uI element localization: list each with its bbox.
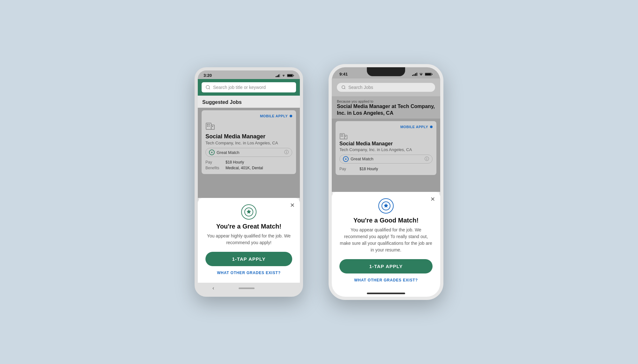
android-search-area: Search job title or keyword: [198, 79, 300, 96]
android-status-bar: 3:20: [198, 70, 300, 79]
ios-notch: [367, 67, 405, 76]
svg-rect-28: [341, 135, 342, 136]
svg-marker-3: [279, 74, 280, 77]
svg-rect-6: [287, 75, 293, 76]
ios-home-indicator: [332, 290, 440, 297]
ios-match-row: ★ Great Match ⓘ: [339, 155, 433, 164]
ios-sheet-title: You're a Good Match!: [339, 217, 433, 224]
android-apply-button[interactable]: 1-TAP APPLY: [205, 252, 292, 266]
android-grades-link[interactable]: WHAT OTHER GRADES EXIST?: [205, 271, 292, 275]
svg-rect-5: [293, 75, 294, 76]
ios-mobile-apply-dot: [430, 126, 433, 128]
ios-battery-icon: [425, 73, 433, 76]
android-sheet-title: You're a Great Match!: [205, 223, 292, 230]
ios-job-title: Social Media Manager: [339, 141, 433, 147]
green-star-circle: ★: [209, 149, 215, 155]
ios-screen: Search Jobs Because you applied to Socia…: [332, 78, 440, 290]
ios-pay-value: $18 Hourly: [360, 167, 378, 171]
pay-row: Pay $18 Hourly: [205, 160, 292, 164]
ios-info-icon[interactable]: ⓘ: [425, 156, 429, 162]
ios-match-text: Great Match: [351, 157, 374, 161]
svg-rect-25: [345, 135, 347, 139]
building-icon: [205, 120, 215, 130]
good-match-icon: [378, 198, 394, 214]
ios-search-placeholder: Search Jobs: [348, 85, 373, 90]
ios-pay-row: Pay $18 Hourly: [339, 167, 433, 171]
nav-pill: [239, 288, 255, 289]
ios-match-label-row: ★ Great Match: [343, 156, 374, 162]
ios-home-bar: [367, 293, 405, 294]
android-phone: 3:20: [195, 67, 303, 297]
svg-rect-24: [340, 134, 345, 139]
ios-search-area: Search Jobs: [332, 78, 440, 96]
ios-apply-button[interactable]: 1-TAP APPLY: [339, 259, 433, 273]
ios-close-button[interactable]: ✕: [430, 196, 435, 202]
ios-bottom-sheet: ✕ You're a Good Match! You appear qualif…: [332, 192, 440, 290]
job-company: Tech Company, Inc. in Los Angeles, CA: [205, 141, 292, 145]
ios-phone: 9:41: [329, 64, 443, 300]
match-text: Great Match: [217, 150, 240, 155]
wifi-icon: [282, 74, 286, 77]
android-time: 3:20: [204, 73, 212, 78]
signal-icon: [276, 74, 280, 77]
android-search-bar[interactable]: Search job title or keyword: [202, 82, 296, 92]
back-icon[interactable]: ‹: [212, 285, 214, 291]
android-sheet-desc: You appear highly qualified for the job.…: [205, 233, 292, 246]
ios-building-icon: [339, 131, 348, 140]
great-match-icon: [241, 204, 256, 220]
ios-job-card[interactable]: MOBILE APPLY Social Media Manager: [336, 121, 436, 175]
great-match-star-icon: [244, 207, 253, 216]
svg-rect-27: [342, 134, 343, 135]
android-bottom-sheet: ✕ You're a Great Match! You appear highl…: [198, 198, 300, 283]
mobile-apply-row: MOBILE APPLY: [205, 114, 292, 118]
info-icon[interactable]: ⓘ: [284, 149, 289, 155]
svg-rect-14: [212, 126, 213, 127]
ios-star-icon: ★: [345, 157, 347, 161]
android-screen: Search job title or keyword Suggested Jo…: [198, 79, 300, 283]
android-nav-bar: ‹: [198, 283, 300, 294]
svg-rect-22: [425, 73, 431, 75]
ios-grades-link[interactable]: WHAT OTHER GRADES EXIST?: [339, 278, 433, 282]
ios-time: 9:41: [339, 72, 348, 76]
svg-rect-10: [207, 124, 208, 125]
ios-mobile-apply-row: MOBILE APPLY: [339, 125, 433, 129]
svg-rect-16: [412, 75, 413, 76]
android-close-button[interactable]: ✕: [290, 202, 295, 208]
ios-sheet-desc: You appear qualified for the job. We rec…: [339, 227, 433, 253]
svg-rect-19: [417, 73, 418, 76]
android-bg-content: Search job title or keyword Suggested Jo…: [198, 79, 300, 198]
ios-mobile-apply-label: MOBILE APPLY: [400, 125, 428, 129]
mobile-apply-label: MOBILE APPLY: [260, 114, 288, 118]
ios-bg-content: Search Jobs Because you applied to Socia…: [332, 78, 440, 192]
svg-rect-9: [211, 125, 214, 129]
svg-rect-13: [209, 126, 210, 127]
svg-marker-1: [277, 76, 278, 77]
pay-label: Pay: [205, 160, 223, 164]
good-match-star-icon: [382, 201, 390, 210]
match-label-row: ★ Great Match: [209, 149, 240, 155]
svg-rect-11: [209, 124, 210, 125]
pay-value: $18 Hourly: [226, 160, 244, 164]
ios-pay-label: Pay: [339, 167, 357, 171]
ios-signal-icon: [412, 73, 417, 76]
android-job-card[interactable]: MOBILE APPLY Social Media Manager: [202, 110, 296, 174]
because-text: Because you applied to: [337, 99, 435, 103]
applied-job-text: Social Media Manager at Tech Company, In…: [337, 103, 435, 117]
ios-applied-banner: Because you applied to Social Media Mana…: [332, 96, 440, 119]
ios-search-bar[interactable]: Search Jobs: [337, 83, 435, 92]
battery-icon: [287, 74, 294, 77]
star-icon: ★: [211, 151, 213, 154]
svg-marker-2: [278, 75, 279, 77]
benefits-value: Medical, 401K, Dental: [226, 166, 263, 170]
svg-point-23: [342, 86, 345, 89]
svg-rect-29: [342, 135, 343, 136]
svg-point-7: [206, 85, 210, 89]
job-building-icon: [205, 120, 292, 132]
search-icon: [205, 85, 211, 90]
job-title: Social Media Manager: [205, 133, 292, 140]
svg-marker-0: [276, 76, 277, 77]
ios-job-icon: [339, 131, 433, 141]
svg-rect-21: [432, 74, 433, 75]
ios-search-icon: [341, 85, 346, 90]
svg-rect-26: [341, 134, 342, 135]
